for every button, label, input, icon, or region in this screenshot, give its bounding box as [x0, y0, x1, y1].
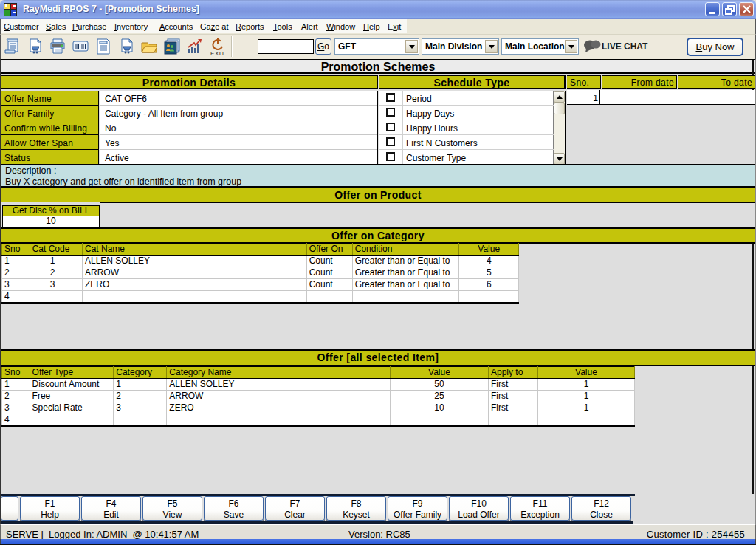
svg-text:EXIT: EXIT [210, 50, 225, 57]
